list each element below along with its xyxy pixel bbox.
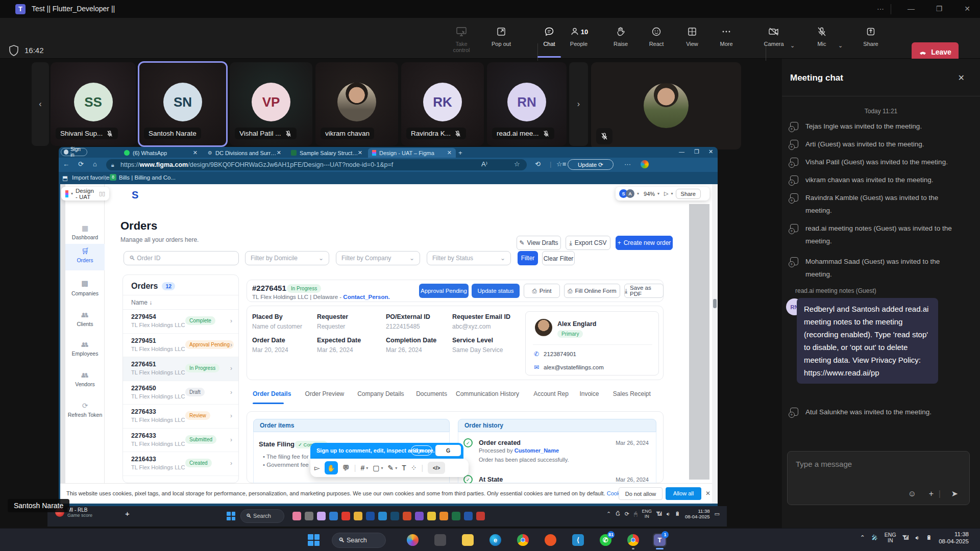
approval-pending-button[interactable]: Approval Pending xyxy=(419,284,469,298)
taskbar-app-icon[interactable] xyxy=(476,512,485,520)
browser-scrollbar[interactable] xyxy=(712,184,718,504)
browser-close-button[interactable]: ✕ xyxy=(708,148,713,155)
comment-tool-icon[interactable]: 💬︎ xyxy=(342,464,350,472)
bills-bookmark[interactable]: Bills | Billing and Co... xyxy=(119,174,176,181)
participant-tile[interactable]: SNSantosh Narate xyxy=(139,62,227,146)
favorite-star-icon[interactable]: ☆ xyxy=(514,160,520,168)
sidebar-item-refresh-token[interactable]: ⟳Refresh Token xyxy=(65,398,105,425)
start-button-shared[interactable] xyxy=(227,512,235,520)
tab-close-icon[interactable]: ✕ xyxy=(447,149,452,156)
scroll-right-button[interactable]: › xyxy=(569,62,588,146)
shape-tool-icon[interactable]: ▢ xyxy=(373,464,379,472)
clear-filter-button[interactable]: Clear Filter xyxy=(542,251,575,265)
share-button[interactable]: Share xyxy=(856,22,886,55)
detail-tab-order-details[interactable]: Order Details xyxy=(253,390,291,397)
file-explorer-icon[interactable] xyxy=(461,533,475,547)
move-tool-icon[interactable]: ▻ xyxy=(314,464,320,472)
user-avatar-a[interactable]: A xyxy=(626,189,634,198)
signup-button[interactable]: Sign up xyxy=(411,445,432,456)
tab-close-icon[interactable]: ✕ xyxy=(277,149,281,156)
order-row[interactable]: 2276450TL Flex Holdings LLCDraft› xyxy=(123,381,238,405)
start-button[interactable] xyxy=(308,534,320,546)
update-status-button[interactable]: Update status xyxy=(472,284,520,298)
fill-online-form-button[interactable]: ⎙ Fill Online Form xyxy=(564,284,620,298)
participant-tile[interactable]: SSShivani Sup... xyxy=(51,62,136,146)
detail-tab-documents[interactable]: Documents xyxy=(416,390,447,397)
taskbar-app-icon[interactable] xyxy=(464,512,473,520)
taskbar-app-icon[interactable] xyxy=(452,512,460,520)
sidebar-item-orders[interactable]: 🛒︎Orders xyxy=(65,244,105,270)
taskbar-app-icon[interactable] xyxy=(439,512,448,520)
react-button[interactable]: React xyxy=(642,22,671,55)
order-row[interactable]: 2279451TL Flex Holdings LLCApproval Pend… xyxy=(123,334,238,358)
print-button[interactable]: ⎙ Print xyxy=(524,284,560,298)
sidebar-item-vendors[interactable]: 👥︎Vendors xyxy=(65,368,105,394)
edge-icon[interactable]: e xyxy=(488,533,502,547)
more-button[interactable]: More xyxy=(712,22,741,55)
column-header[interactable]: Name ↓ xyxy=(123,295,238,310)
taskbar-app-icon[interactable] xyxy=(305,512,313,520)
cookie-close-icon[interactable]: ✕ xyxy=(705,490,710,497)
taskbar-app-icon[interactable] xyxy=(317,512,326,520)
text-tool-icon[interactable]: T xyxy=(402,464,406,472)
zoom-level[interactable]: 94% xyxy=(644,191,655,197)
order-id-search[interactable]: 🔍︎ Order ID xyxy=(124,251,239,265)
back-icon[interactable]: ← xyxy=(63,160,69,168)
chrome-profile-icon[interactable] xyxy=(626,533,640,547)
detail-tab-account-rep[interactable]: Account Rep xyxy=(533,390,569,397)
detail-tab-company-details[interactable]: Company Details xyxy=(357,390,404,397)
order-row[interactable]: 2276433TL Flex Holdings LLCReview› xyxy=(123,405,238,429)
read-aloud-icon[interactable]: A⁾ xyxy=(481,160,487,168)
taskbar-app-icon[interactable] xyxy=(354,512,362,520)
hand-tool-icon[interactable]: ✋ xyxy=(325,461,338,474)
chat-input[interactable]: Type a message ☺ + | ➤ xyxy=(787,451,970,505)
attach-plus-icon[interactable]: + xyxy=(929,489,934,498)
raise-button[interactable]: Raise xyxy=(606,22,635,55)
copilot-icon[interactable] xyxy=(641,160,649,168)
window-restore-button[interactable]: ❐ xyxy=(929,0,949,18)
order-row[interactable]: 2276451TL Flex Holdings LLCIn Progress› xyxy=(123,357,238,381)
browser-tab[interactable]: ⚙DC Divisions and Surroundings✕ xyxy=(204,148,285,158)
detail-tab-communication-history[interactable]: Communication History xyxy=(456,390,519,397)
import-favorites-icon[interactable]: ⬒ xyxy=(62,174,68,182)
order-row[interactable]: 2216433TL Flex Holdings LLCCreated› xyxy=(123,452,238,476)
shared-system-tray[interactable]: ⌃Ğ⟳🖰 ENGIN 📶︎🔉︎🔋︎ 11:3808-04-2025 ▭ xyxy=(606,508,720,519)
window-more-button[interactable]: ··· xyxy=(870,0,891,18)
people-button[interactable]: 10People xyxy=(564,22,594,55)
browser-minimize-button[interactable]: — xyxy=(679,148,684,155)
browser-tab[interactable]: Sample Salary Structure with calc✕ xyxy=(287,148,366,158)
order-row[interactable]: 2279454TL Flex Holdings LLCComplete› xyxy=(123,310,238,334)
vscode-icon[interactable]: ⟨ xyxy=(571,533,585,547)
participant-tile-large[interactable] xyxy=(591,62,741,149)
home-icon[interactable]: ⌂ xyxy=(93,160,97,168)
teams-icon[interactable]: T1 xyxy=(653,533,667,547)
contact-person-link[interactable]: Contact_Person. xyxy=(343,294,389,300)
send-icon[interactable]: ➤ xyxy=(951,489,958,498)
detail-tab-invoice[interactable]: Invoice xyxy=(579,390,599,397)
browser-update-button[interactable]: Update ⟳ xyxy=(568,159,614,170)
browser-tab[interactable]: (6) WhatsApp✕ xyxy=(120,148,202,158)
save-pdf-button[interactable]: ⤓ Save as PDF xyxy=(624,284,664,298)
filter-status[interactable]: Filter by Status⌄ xyxy=(427,251,511,265)
refresh-icon[interactable]: ⟳ xyxy=(78,160,84,168)
browser-tab[interactable]: Design - UAT – Figma✕ xyxy=(368,148,456,158)
component-tool-icon[interactable]: ⁘ xyxy=(411,464,417,472)
taskbar-search[interactable]: 🔍︎ Search xyxy=(332,533,386,548)
scroll-left-button[interactable]: ‹ xyxy=(32,62,49,146)
session-icon[interactable]: ⟲ xyxy=(535,160,541,168)
window-close-button[interactable]: ✕ xyxy=(957,0,977,18)
dev-mode-toggle[interactable]: </> xyxy=(428,462,445,474)
taskbar-app-icon[interactable] xyxy=(403,512,411,520)
browser-signin-button[interactable]: Sign in xyxy=(61,148,87,156)
detail-tab-sales-receipt[interactable]: Sales Receipt xyxy=(613,390,651,397)
whatsapp-icon[interactable]: ✆81 xyxy=(599,533,612,547)
frame-tool-icon[interactable]: # xyxy=(360,464,364,472)
figma-share-button[interactable]: Share xyxy=(676,189,701,199)
camera-chevron[interactable]: ⌄ xyxy=(790,42,795,49)
taskbar-app-icon[interactable] xyxy=(390,512,399,520)
camera-button[interactable]: Camera xyxy=(759,22,789,55)
contact-email[interactable]: ✉alex@vstatefilings.com xyxy=(534,364,604,371)
taskbar-app-icon[interactable] xyxy=(341,512,350,520)
chrome-icon[interactable] xyxy=(516,533,530,547)
pop-out-button[interactable]: Pop out xyxy=(486,22,516,55)
